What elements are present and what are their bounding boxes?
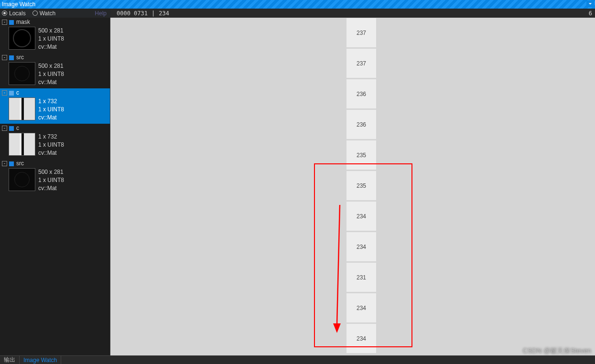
variable-dims: 1 x 732	[38, 97, 64, 106]
variable-class: cv::Mat	[38, 114, 64, 122]
mode-watch-label: Watch	[40, 10, 56, 17]
pixel-cell: 235	[346, 140, 376, 170]
pixel-cell: 231	[346, 263, 376, 292]
variable-row[interactable]: -c	[0, 124, 110, 132]
variable-meta: 500 x 2811 x UINT8cv::Mat	[38, 27, 64, 51]
radio-dot-icon	[2, 11, 7, 16]
type-chip-icon	[9, 91, 14, 96]
expander-icon[interactable]: -	[2, 126, 7, 131]
annotation-arrow-icon	[333, 205, 346, 334]
pixel-cell: 237	[346, 49, 376, 78]
expander-icon[interactable]: -	[2, 55, 7, 60]
type-chip-icon	[9, 20, 14, 25]
variable-row[interactable]: -src	[0, 159, 110, 168]
pixel-cell-value: 234	[355, 304, 368, 312]
variable-meta: 1 x 7321 x UINT8cv::Mat	[38, 133, 64, 157]
variable-class: cv::Mat	[38, 43, 64, 51]
variable-dims: 500 x 281	[38, 27, 64, 35]
svg-line-0	[337, 205, 340, 324]
expander-icon[interactable]: -	[2, 161, 7, 166]
pixel-cell: 234	[346, 293, 376, 322]
mode-bar: Locals Watch Help	[0, 9, 110, 18]
pixel-column: 237237236236235235234234231234234	[346, 18, 376, 354]
variable-name: src	[16, 160, 24, 167]
tab-imagewatch-label: Image Watch	[23, 357, 57, 364]
variable-details[interactable]: 500 x 2811 x UINT8cv::Mat	[0, 26, 110, 53]
variables-sidebar[interactable]: -mask500 x 2811 x UINT8cv::Mat-src500 x …	[0, 18, 110, 355]
variable-class: cv::Mat	[38, 78, 64, 86]
variable-dims: 500 x 281	[38, 62, 64, 70]
variable-class: cv::Mat	[38, 149, 64, 157]
expander-icon[interactable]: -	[2, 90, 7, 96]
radio-dot-icon	[32, 11, 38, 16]
variable-type: 1 x UINT8	[38, 141, 64, 149]
variable-row[interactable]: -mask	[0, 18, 110, 26]
pixel-cell: 234	[346, 202, 376, 231]
variable-meta: 1 x 7321 x UINT8cv::Mat	[38, 97, 64, 122]
pixel-value: 234	[159, 10, 169, 17]
tab-output-label: 输出	[4, 356, 15, 364]
title-bar: Image Watch	[0, 0, 595, 9]
variable-dims: 500 x 281	[38, 168, 64, 176]
variable-type: 1 x UINT8	[38, 35, 64, 43]
mode-locals-radio[interactable]: Locals	[0, 10, 26, 17]
variable-type: 1 x UINT8	[38, 70, 64, 78]
pixel-cell: 235	[346, 171, 376, 200]
pixel-coords: 0000 0731	[117, 10, 148, 17]
thumbnail	[9, 168, 35, 191]
zoom-indicator: 6	[589, 10, 592, 17]
variable-name: c	[16, 125, 19, 131]
thumbnail	[9, 62, 35, 85]
pixel-cell: 237	[346, 18, 376, 47]
variable-name: c	[16, 89, 19, 96]
variable-dims: 1 x 732	[38, 133, 64, 141]
window-title: Image Watch	[2, 1, 35, 8]
type-chip-icon	[9, 126, 14, 131]
pixel-cell: 236	[346, 79, 376, 108]
variable-type: 1 x UINT8	[38, 176, 64, 184]
variable-name: src	[16, 54, 24, 61]
variable-details[interactable]: 500 x 2811 x UINT8cv::Mat	[0, 168, 110, 194]
variable-row[interactable]: -src	[0, 53, 110, 62]
variable-type: 1 x UINT8	[38, 106, 64, 114]
variable-row[interactable]: -c	[0, 88, 110, 97]
pixel-cell-value: 237	[355, 29, 368, 37]
pixel-info-bar: 0000 0731 | 234 6	[114, 9, 595, 18]
variable-details[interactable]: 1 x 7321 x UINT8cv::Mat	[0, 97, 110, 124]
pixel-cell: 236	[346, 110, 376, 139]
pixel-cell-value: 234	[355, 213, 368, 220]
tab-output[interactable]: 输出	[0, 356, 20, 364]
footer-tabs: 输出 Image Watch	[0, 355, 595, 364]
variable-class: cv::Mat	[38, 184, 64, 193]
pixel-cell-value: 235	[355, 182, 368, 190]
variable-name: mask	[16, 19, 30, 25]
pixel-cell-value: 237	[355, 60, 368, 67]
separator: |	[151, 10, 155, 17]
help-link[interactable]: Help	[95, 10, 107, 17]
svg-marker-1	[333, 323, 341, 333]
thumbnail	[9, 133, 35, 156]
mode-locals-label: Locals	[9, 10, 26, 17]
tab-image-watch[interactable]: Image Watch	[20, 356, 61, 364]
pixel-cell-value: 234	[355, 335, 368, 343]
thumbnail	[9, 27, 35, 50]
variable-details[interactable]: 500 x 2811 x UINT8cv::Mat	[0, 62, 110, 88]
type-chip-icon	[9, 55, 14, 60]
image-viewer[interactable]: 237237236236235235234234231234234	[110, 18, 595, 355]
pixel-cell-value: 231	[355, 274, 368, 281]
mode-watch-radio[interactable]: Watch	[31, 10, 56, 17]
pixel-cell-value: 236	[355, 90, 368, 98]
pixel-cell-value: 235	[355, 151, 368, 159]
pixel-cell-value: 236	[355, 121, 368, 128]
pixel-cell: 234	[346, 232, 376, 261]
expander-icon[interactable]: -	[2, 20, 7, 25]
window-menu-button[interactable]	[586, 0, 594, 7]
type-chip-icon	[9, 161, 14, 166]
thumbnail	[9, 97, 35, 120]
variable-meta: 500 x 2811 x UINT8cv::Mat	[38, 62, 64, 86]
pixel-cell-value: 234	[355, 243, 368, 251]
variable-details[interactable]: 1 x 7321 x UINT8cv::Mat	[0, 132, 110, 159]
variable-meta: 500 x 2811 x UINT8cv::Mat	[38, 168, 64, 193]
pixel-cell: 234	[346, 324, 376, 353]
